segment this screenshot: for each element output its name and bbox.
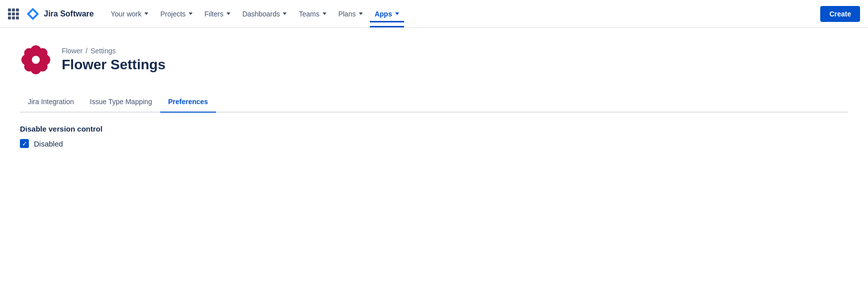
- section-label: Disable version control: [20, 125, 848, 133]
- chevron-down-icon: [283, 12, 287, 15]
- checkmark-icon: ✓: [22, 141, 27, 147]
- page-header: Flower / Settings Flower Settings: [20, 44, 848, 76]
- checkbox-label: Disabled: [34, 140, 63, 148]
- checkbox-row: ✓ Disabled: [20, 139, 848, 148]
- tab-issue-type-mapping[interactable]: Issue Type Mapping: [82, 92, 160, 113]
- chevron-down-icon: [189, 12, 193, 15]
- tab-jira-integration[interactable]: Jira Integration: [20, 92, 82, 113]
- nav-item-plans[interactable]: Plans: [333, 6, 368, 22]
- nav-item-dashboards[interactable]: Dashboards: [237, 6, 292, 22]
- nav-item-filters[interactable]: Filters: [200, 6, 235, 22]
- grid-menu-icon[interactable]: [8, 8, 19, 19]
- header-text: Flower / Settings Flower Settings: [62, 47, 165, 73]
- chevron-down-icon: [144, 12, 148, 15]
- nav-item-apps[interactable]: Apps: [370, 6, 404, 22]
- chevron-down-icon: [359, 12, 363, 15]
- navbar: Jira Software Your work Projects Filters…: [0, 0, 868, 28]
- create-button[interactable]: Create: [820, 6, 860, 22]
- svg-point-9: [32, 56, 40, 64]
- tab-preferences[interactable]: Preferences: [160, 92, 216, 113]
- nav-items: Your work Projects Filters Dashboards Te…: [106, 6, 820, 22]
- tabs: Jira Integration Issue Type Mapping Pref…: [20, 92, 848, 113]
- breadcrumb: Flower / Settings: [62, 47, 165, 55]
- breadcrumb-separator: /: [86, 47, 88, 55]
- breadcrumb-project: Flower: [62, 47, 83, 55]
- tab-content: Disable version control ✓ Disabled: [20, 125, 848, 148]
- flower-logo-icon: [20, 44, 52, 76]
- nav-item-projects[interactable]: Projects: [155, 6, 198, 22]
- nav-item-your-work[interactable]: Your work: [106, 6, 153, 22]
- breadcrumb-page: Settings: [91, 47, 116, 55]
- jira-logo-icon: [26, 7, 40, 21]
- disable-version-control-checkbox[interactable]: ✓: [20, 139, 29, 148]
- chevron-down-icon: [395, 12, 399, 15]
- page-title: Flower Settings: [62, 57, 165, 73]
- chevron-down-icon: [226, 12, 230, 15]
- nav-brand-label: Jira Software: [44, 9, 94, 18]
- nav-logo-area: Jira Software: [8, 7, 94, 21]
- nav-item-teams[interactable]: Teams: [294, 6, 331, 22]
- chevron-down-icon: [323, 12, 326, 15]
- page-content: Flower / Settings Flower Settings Jira I…: [0, 28, 868, 164]
